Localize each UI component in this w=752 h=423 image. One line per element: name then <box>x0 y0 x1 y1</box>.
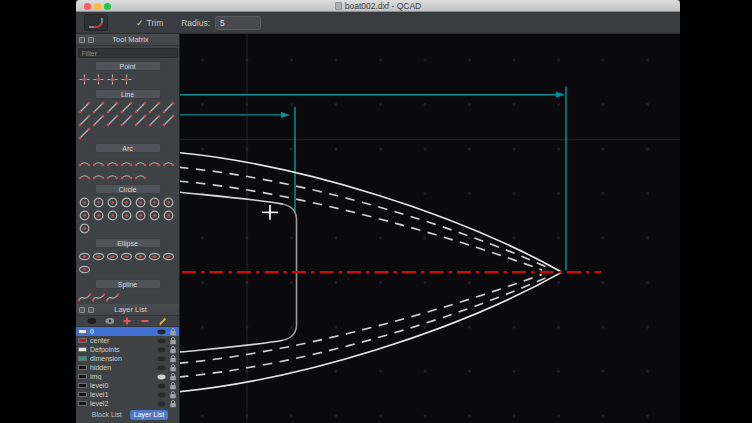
layer-lock-icon[interactable] <box>169 382 177 390</box>
layer-row[interactable]: center <box>76 336 179 345</box>
arc-tool-icon[interactable] <box>105 155 119 168</box>
layer-row[interactable]: level2 <box>76 399 179 408</box>
layer-lock-icon[interactable] <box>169 391 177 399</box>
line-tool-icon[interactable] <box>77 101 91 114</box>
section-header-arc[interactable]: Arc <box>95 143 161 153</box>
line-tool-icon[interactable] <box>119 114 133 127</box>
line-tool-icon[interactable] <box>91 114 105 127</box>
circle-tool-icon[interactable] <box>147 196 161 209</box>
circle-tool-icon[interactable] <box>133 209 147 222</box>
point-tool-icon[interactable] <box>91 73 105 86</box>
layer-visibility-eye-icon[interactable] <box>157 365 166 371</box>
layer-lock-icon[interactable] <box>169 400 177 408</box>
zoom-window-button[interactable] <box>104 3 111 10</box>
layer-row[interactable]: Defpoints <box>76 345 179 354</box>
layer-lock-icon[interactable] <box>169 364 177 372</box>
layer-visibility-eye-icon[interactable] <box>157 329 166 335</box>
section-header-ellipse[interactable]: Ellipse <box>95 238 161 248</box>
ellipse-tool-icon[interactable] <box>119 250 133 263</box>
layer-row[interactable]: level0 <box>76 381 179 390</box>
arc-tool-icon[interactable] <box>77 155 91 168</box>
ellipse-tool-icon[interactable] <box>91 250 105 263</box>
arc-tool-icon[interactable] <box>91 168 105 181</box>
arc-tool-icon[interactable] <box>133 168 147 181</box>
arc-tool-icon[interactable] <box>147 155 161 168</box>
layer-row[interactable]: hidden <box>76 363 179 372</box>
layer-lock-icon[interactable] <box>169 373 177 381</box>
line-tool-icon[interactable] <box>77 127 91 140</box>
fillet-tool-button[interactable] <box>84 14 108 31</box>
circle-tool-icon[interactable] <box>161 209 175 222</box>
drawing-canvas[interactable] <box>180 34 680 423</box>
layer-visibility-eye-icon[interactable] <box>157 356 166 362</box>
circle-tool-icon[interactable] <box>105 209 119 222</box>
arc-tool-icon[interactable] <box>133 155 147 168</box>
circle-tool-icon[interactable] <box>77 209 91 222</box>
circle-tool-icon[interactable] <box>91 196 105 209</box>
layer-visibility-eye-icon[interactable] <box>157 383 166 389</box>
line-tool-icon[interactable] <box>161 114 175 127</box>
circle-tool-icon[interactable] <box>147 209 161 222</box>
section-header-point[interactable]: Point <box>95 61 161 71</box>
circle-tool-icon[interactable] <box>77 222 91 235</box>
layer-lock-icon[interactable] <box>169 346 177 354</box>
layer-visibility-eye-icon[interactable] <box>157 374 166 380</box>
line-tool-icon[interactable] <box>91 101 105 114</box>
float-panel-icon[interactable] <box>79 307 85 313</box>
spline-tool-icon[interactable] <box>105 291 119 304</box>
layer-visibility-eye-icon[interactable] <box>157 401 166 407</box>
line-tool-icon[interactable] <box>105 101 119 114</box>
line-tool-icon[interactable] <box>133 114 147 127</box>
layer-row[interactable]: img <box>76 372 179 381</box>
layer-row[interactable]: 0 <box>76 327 179 336</box>
ellipse-tool-icon[interactable] <box>105 250 119 263</box>
layer-lock-icon[interactable] <box>169 355 177 363</box>
dimension-lines[interactable] <box>180 86 566 270</box>
line-tool-icon[interactable] <box>105 114 119 127</box>
ellipse-tool-icon[interactable] <box>147 250 161 263</box>
circle-tool-icon[interactable] <box>105 196 119 209</box>
arc-tool-icon[interactable] <box>119 155 133 168</box>
line-tool-icon[interactable] <box>147 114 161 127</box>
ellipse-tool-icon[interactable] <box>77 250 91 263</box>
layer-visibility-eye-icon[interactable] <box>157 347 166 353</box>
arc-tool-icon[interactable] <box>119 168 133 181</box>
line-tool-icon[interactable] <box>77 114 91 127</box>
tab-block-list[interactable]: Block List <box>88 410 126 420</box>
circle-tool-icon[interactable] <box>77 196 91 209</box>
tab-layer-list[interactable]: Layer List <box>130 410 168 420</box>
section-header-spline[interactable]: Spline <box>95 279 161 289</box>
tool-filter-input[interactable] <box>78 48 178 58</box>
line-tool-icon[interactable] <box>133 101 147 114</box>
section-header-circle[interactable]: Circle <box>95 184 161 194</box>
point-tool-icon[interactable] <box>77 73 91 86</box>
edit-layer-button[interactable] <box>159 312 168 330</box>
ellipse-tool-icon[interactable] <box>161 250 175 263</box>
trim-checkbox[interactable]: ✓ Trim <box>136 18 163 28</box>
radius-input[interactable] <box>215 16 261 30</box>
layer-visibility-eye-icon[interactable] <box>157 338 166 344</box>
layer-row[interactable]: dimension <box>76 354 179 363</box>
circle-tool-icon[interactable] <box>161 196 175 209</box>
ellipse-tool-icon[interactable] <box>77 263 91 276</box>
point-tool-icon[interactable] <box>105 73 119 86</box>
point-tool-icon[interactable] <box>119 73 133 86</box>
arc-tool-icon[interactable] <box>77 168 91 181</box>
layer-row[interactable]: level1 <box>76 390 179 399</box>
section-header-line[interactable]: Line <box>95 89 161 99</box>
layer-lock-icon[interactable] <box>169 337 177 345</box>
spline-tool-icon[interactable] <box>77 291 91 304</box>
ellipse-tool-icon[interactable] <box>133 250 147 263</box>
layer-lock-icon[interactable] <box>169 328 177 336</box>
circle-tool-icon[interactable] <box>91 209 105 222</box>
layer-visibility-eye-icon[interactable] <box>157 392 166 398</box>
arc-tool-icon[interactable] <box>91 155 105 168</box>
circle-tool-icon[interactable] <box>119 196 133 209</box>
circle-tool-icon[interactable] <box>119 209 133 222</box>
arc-tool-icon[interactable] <box>161 155 175 168</box>
arc-tool-icon[interactable] <box>105 168 119 181</box>
close-window-button[interactable] <box>84 3 91 10</box>
minimize-window-button[interactable] <box>94 3 101 10</box>
spline-tool-icon[interactable] <box>91 291 105 304</box>
line-tool-icon[interactable] <box>147 101 161 114</box>
